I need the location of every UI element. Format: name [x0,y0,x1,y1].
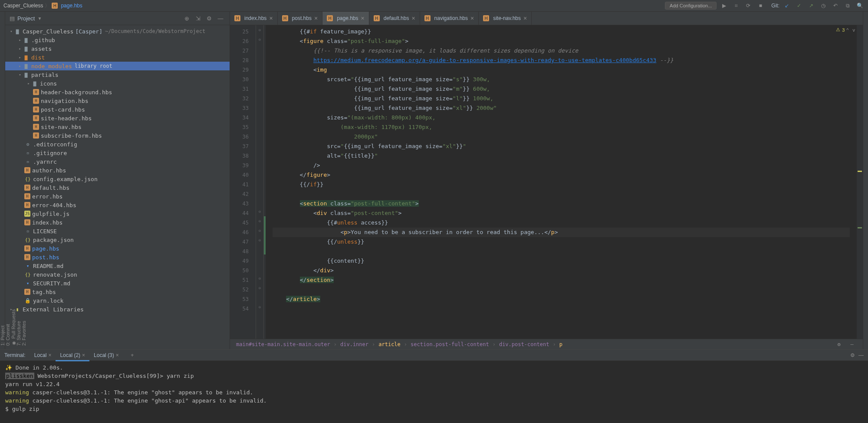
coverage-icon[interactable]: ⟳ [743,1,753,10]
code-line[interactable]: src="{{img_url feature_image size="xl"}}… [273,142,850,151]
close-icon[interactable]: × [269,15,273,22]
code-line[interactable] [273,304,850,314]
line-number[interactable]: 27 [230,46,249,56]
code-line[interactable]: </div> [273,266,850,275]
line-number[interactable]: 29 [230,65,249,75]
fold-handle[interactable] [256,130,263,140]
gear-icon[interactable]: ⚙ [204,13,214,23]
tree-file[interactable]: ▫.yarnrc [5,157,230,166]
line-number[interactable]: 43 [230,199,249,208]
minimize-icon[interactable]: — [216,13,225,23]
line-number[interactable]: 33 [230,103,249,113]
tree-file[interactable]: Hheader-background.hbs [5,88,230,96]
breadcrumb-segment[interactable]: p [559,341,562,347]
line-number[interactable]: 45 [230,218,249,228]
line-number[interactable]: 28 [230,56,249,65]
code-line[interactable]: alt="{{title}}" [273,151,850,161]
editor-body[interactable]: ⚠ 3 ^ v 25262728293031323334353637383940… [230,25,863,339]
fold-handle[interactable] [256,54,263,63]
fold-handle[interactable] [256,73,263,83]
fold-handle[interactable] [256,159,263,169]
rollback-icon[interactable]: ↶ [831,1,840,10]
fold-handle[interactable] [256,140,263,149]
run-icon[interactable]: ▶ [719,1,729,10]
code-line[interactable]: <img [273,65,850,75]
close-icon[interactable]: × [523,15,527,22]
tree-file[interactable]: Hsite-header.hbs [5,114,230,122]
code-line[interactable]: {{#unless access}} [273,218,850,228]
code-line[interactable] [273,247,850,256]
code-line[interactable]: {{#if feature_image}} [273,27,850,36]
tree-file[interactable]: {}renovate.json [5,270,230,279]
editor-tab[interactable]: Hindex.hbs× [230,12,278,25]
editor-tab[interactable]: Hnavigation.hbs× [420,12,479,25]
tree-file[interactable]: Herror.hbs [5,192,230,201]
tree-file[interactable]: Hpost.hbs [5,253,230,261]
add-terminal-icon[interactable]: + [128,350,137,360]
code-line[interactable]: {{img_url feature_image size="xl"}} 2000… [273,103,850,113]
favorites-tool-tab[interactable]: 2: Favorites [21,12,26,349]
breadcrumb-segment[interactable]: div.post-content [499,341,549,347]
tree-file[interactable]: Hsubscribe-form.hbs [5,131,230,140]
search-icon[interactable]: 🔍 [855,1,865,10]
tree-file[interactable]: {}package.json [5,235,230,244]
terminal-tab[interactable]: Local (2)× [56,350,89,361]
fold-handle[interactable] [256,63,263,73]
fold-handle[interactable]: ⊖ [256,226,263,235]
line-number[interactable]: 46 [230,228,249,237]
fold-handle[interactable]: ⊖ [256,216,263,226]
fold-handle[interactable]: ⊖ [256,207,263,216]
code-line[interactable]: 2000px" [273,132,850,142]
tree-file[interactable]: Hpage.hbs [5,244,230,253]
line-number[interactable]: 37 [230,142,249,151]
editor-breadcrumb[interactable]: main#site-main.site-main.outer›div.inner… [230,339,863,349]
nav-arrows-icon[interactable]: ^ v [846,27,856,33]
close-icon[interactable]: × [48,352,51,358]
project-tree[interactable]: ▾ ▇ Casper_Clueless [Casper] ~/Documents… [5,25,230,349]
tree-folder-icons[interactable]: ▸ ▇ icons [5,79,230,88]
expand-all-icon[interactable]: ⇲ [193,13,203,23]
code-line[interactable]: /> [273,161,850,170]
locate-icon[interactable]: ⊕ [182,13,191,23]
tree-file[interactable]: Herror-404.hbs [5,201,230,209]
tree-file[interactable]: Hpost-card.hbs [5,105,230,114]
line-number[interactable]: 54 [230,304,249,314]
close-icon[interactable]: × [82,352,85,358]
tree-file[interactable]: Hsite-nav.hbs [5,122,230,131]
close-icon[interactable]: × [314,15,318,22]
breadcrumb-segment[interactable]: div.inner [340,341,368,347]
line-number[interactable]: 51 [230,275,249,285]
fold-handle[interactable]: ⊖ [256,235,263,245]
editor-tab[interactable]: Hpage.hbs× [322,12,369,25]
update-project-icon[interactable]: ↙ [782,1,792,10]
fold-handle[interactable] [256,178,263,188]
line-number[interactable]: 44 [230,208,249,218]
tree-folder-node-modules[interactable]: ▸ ▇ node_modules library root [5,62,230,70]
code-line[interactable]: srcset="{{img_url feature_image size="s"… [273,75,850,84]
fold-handle[interactable] [256,293,263,302]
breadcrumb-project[interactable]: Casper_Clueless [3,3,43,9]
code-line[interactable] [273,285,850,294]
tree-file[interactable]: ▫LICENSE [5,227,230,235]
line-number[interactable]: 26 [230,36,249,46]
fold-handle[interactable]: ⊖ [256,302,263,312]
code-line[interactable]: https://medium.freecodecamp.org/a-guide-… [273,56,850,65]
line-number[interactable]: 52 [230,285,249,294]
code-line[interactable]: {{img_url feature_image size="m"}} 600w, [273,84,850,94]
fold-handle[interactable] [256,44,263,54]
tree-file[interactable]: ⚙.editorconfig [5,140,230,149]
minimize-icon[interactable]: — [847,340,857,349]
code-line[interactable]: </article> [273,294,850,304]
code-line[interactable]: (max-width: 1170px) 1170px, [273,122,850,132]
line-number[interactable]: 50 [230,266,249,275]
tree-file[interactable]: Hauthor.hbs [5,166,230,175]
chevron-right-icon[interactable]: ▸ [26,81,31,86]
breadcrumb-segment[interactable]: section.post-full-content [411,341,489,347]
close-icon[interactable]: × [116,352,119,358]
line-number[interactable]: 47 [230,237,249,247]
tree-file[interactable]: Hnavigation.hbs [5,96,230,105]
tree-file[interactable]: Htag.hbs [5,288,230,296]
fold-handle[interactable] [256,264,263,274]
gear-icon[interactable]: ⚙ [850,352,855,358]
fold-handle[interactable]: ⊖ [256,283,263,293]
